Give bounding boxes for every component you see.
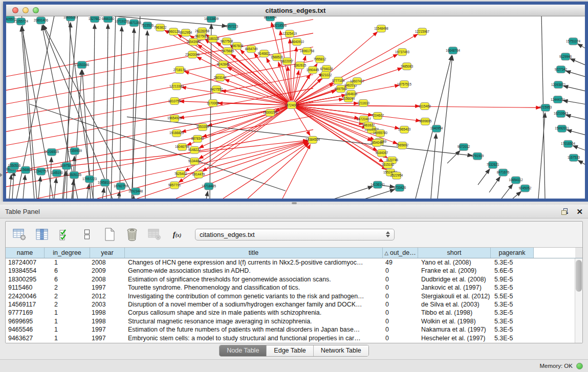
table-cell[interactable]: 14569117 — [6, 300, 45, 309]
graph-node[interactable]: 12444151 — [551, 96, 565, 103]
graph-node[interactable]: 12325419 — [282, 30, 297, 37]
new-document-icon[interactable] — [102, 227, 117, 242]
function-builder-icon[interactable]: f(x) — [169, 227, 185, 242]
graph-node[interactable]: 16961758 — [300, 48, 314, 55]
graph-node[interactable]: 1733426 — [394, 184, 406, 191]
graph-node[interactable]: 19654925 — [167, 115, 182, 122]
table-cell[interactable]: Structural magnetic resonance image aver… — [125, 317, 383, 325]
table-cell[interactable]: 0 — [383, 267, 418, 275]
table-cell[interactable]: 9115460 — [6, 283, 45, 292]
column-header-pagerank[interactable]: pagerank — [491, 248, 534, 258]
graph-node[interactable]: 1527602 — [89, 16, 101, 23]
graph-node[interactable]: 1621022 — [319, 72, 332, 79]
column-header-out_de[interactable]: △out_de… — [383, 248, 418, 258]
graph-node[interactable]: 6822057 — [281, 58, 294, 65]
table-cell[interactable]: 1 — [45, 309, 90, 317]
graph-node[interactable]: 7485083 — [401, 63, 413, 70]
graph-node[interactable]: 16046798 — [175, 143, 189, 150]
table-cell[interactable]: 0 — [383, 292, 418, 300]
table-cell[interactable]: 5.3E-5 — [491, 258, 534, 267]
table-cell[interactable]: Estimation of the future numbers of pati… — [125, 325, 383, 334]
network-window[interactable]: citations_edges.txt 18724007193845541830… — [3, 2, 588, 202]
table-row[interactable]: 1830029562008Estimation of significance … — [6, 275, 582, 283]
table-cell[interactable]: Franke et al. (2009) — [418, 267, 491, 275]
table-cell[interactable]: 1 — [45, 258, 90, 267]
graph-node[interactable]: 18757515 — [397, 81, 411, 88]
graph-node[interactable]: 16648784 — [446, 47, 460, 54]
graph-node[interactable]: 8186328 — [207, 35, 220, 42]
table-cell[interactable]: 1997 — [90, 283, 125, 292]
graph-node[interactable]: 9227342 — [555, 66, 568, 73]
table-cell[interactable]: 5.5E-5 — [491, 292, 534, 300]
graph-node[interactable]: 8454749 — [245, 46, 258, 53]
graph-node[interactable]: 1353359 — [197, 123, 209, 130]
table-cell[interactable]: 9465546 — [6, 325, 45, 334]
graph-node[interactable]: 9857791 — [168, 182, 181, 189]
graph-node[interactable]: 12923448 — [128, 188, 143, 195]
graph-node[interactable]: 1167533 — [568, 154, 580, 161]
graph-node[interactable]: 8471676 — [497, 169, 510, 176]
table-cell[interactable]: 2008 — [90, 275, 125, 283]
table-row[interactable]: 1456911722003Disruption of a novel membe… — [6, 300, 582, 309]
graph-node[interactable]: 8960128 — [167, 28, 180, 35]
table-cell[interactable]: 1 — [45, 317, 90, 325]
float-panel-icon[interactable] — [561, 208, 569, 215]
table-cell[interactable]: 49 — [383, 258, 418, 267]
graph-node[interactable]: 6466160 — [102, 16, 115, 23]
graph-node[interactable]: 9475685 — [222, 48, 234, 55]
table-cell[interactable]: Tourette syndrome. Phenomenology and cla… — [125, 283, 383, 292]
table-cell[interactable]: 2003 — [90, 300, 125, 309]
graph-node[interactable]: 9129946 — [559, 53, 572, 60]
graph-node[interactable]: 18640910 — [290, 38, 304, 46]
graph-node[interactable]: 15751074 — [566, 38, 580, 45]
graph-node[interactable]: 10654112 — [509, 177, 523, 184]
table-cell[interactable]: 2 — [45, 300, 90, 309]
delete-icon[interactable] — [124, 227, 140, 242]
graph-node[interactable]: 9146821 — [258, 50, 271, 57]
scrollbar-thumb[interactable] — [576, 260, 582, 292]
table-cell[interactable]: 19384554 — [6, 267, 45, 275]
graph-node[interactable]: 21053346 — [75, 61, 89, 69]
table-cell[interactable]: 5.3E-5 — [491, 309, 534, 317]
table-cell[interactable]: 18724007 — [6, 258, 45, 267]
graph-node[interactable]: 2803144 — [214, 74, 227, 81]
graph-node[interactable]: 16782759 — [114, 183, 128, 190]
table-cell[interactable]: 6 — [45, 267, 90, 275]
column-header-short[interactable]: short — [418, 248, 491, 258]
table-row[interactable]: 1938455462009Genome-wide association stu… — [6, 267, 582, 275]
graph-node[interactable]: 7857223 — [226, 23, 238, 30]
graph-node[interactable]: 1145190 — [51, 169, 63, 177]
graph-node[interactable]: 6791919 — [471, 152, 484, 160]
table-cell[interactable]: Tibbo et al. (1998) — [418, 309, 491, 317]
graph-node[interactable]: 2718176 — [173, 67, 186, 74]
table-cell[interactable]: 9463627 — [6, 334, 45, 342]
table-cell[interactable]: 1998 — [90, 317, 125, 325]
graph-node[interactable]: 17016504 — [561, 140, 575, 147]
network-canvas[interactable]: 1872400719384554183002957963822896012889… — [6, 16, 585, 199]
table-cell[interactable]: 5.3E-5 — [491, 334, 534, 342]
column-header-year[interactable]: year — [90, 248, 125, 258]
column-header-title[interactable]: title — [125, 248, 383, 258]
table-cell[interactable]: 0 — [383, 300, 418, 309]
graph-node[interactable]: 14671355 — [127, 19, 141, 27]
graph-node[interactable]: 7955812 — [314, 56, 326, 63]
graph-node[interactable]: 1064616 — [345, 91, 358, 98]
close-panel-icon[interactable]: ✕ — [576, 208, 583, 215]
graph-node[interactable]: 7515526 — [141, 22, 154, 29]
table-cell[interactable]: 0 — [383, 309, 418, 317]
table-cell[interactable]: Corpus callosum shape and size in male p… — [125, 309, 383, 317]
table-cell[interactable]: 5.3E-5 — [491, 317, 534, 325]
graph-node[interactable]: 6914479 — [192, 171, 205, 178]
graph-node[interactable]: 2967608 — [231, 42, 244, 50]
table-cell[interactable]: 2012 — [90, 292, 125, 300]
table-cell[interactable]: Embryonic stem cells: a model to study s… — [125, 334, 383, 342]
graph-node[interactable]: 9215953 — [539, 104, 552, 112]
vertical-scrollbar[interactable] — [575, 258, 582, 343]
tab-node-table[interactable]: Node Table — [220, 345, 267, 356]
table-cell[interactable]: Estimation of significance thresholds fo… — [125, 275, 383, 283]
select-columns-check-icon[interactable] — [57, 227, 72, 242]
table-cell[interactable]: 0 — [383, 325, 418, 334]
graph-node[interactable]: 12342757 — [34, 168, 48, 175]
graph-node[interactable]: 8912954 — [180, 29, 192, 36]
divider-grip[interactable] — [292, 202, 297, 204]
